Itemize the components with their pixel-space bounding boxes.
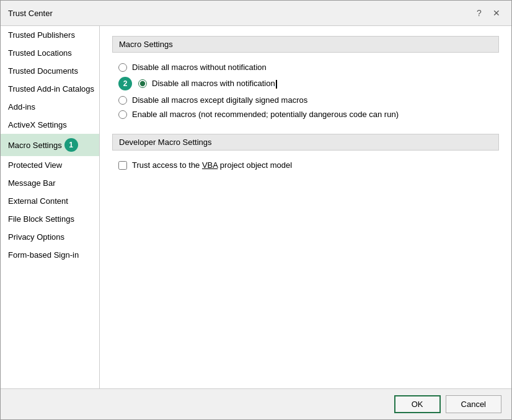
radio-disable-with-notify-input[interactable] [138,79,147,88]
radio-disable-except-signed-label: Disable all macros except digitally sign… [132,95,307,105]
sidebar: Trusted Publishers Trusted Locations Tru… [1,26,100,388]
ok-button[interactable]: OK [394,395,441,413]
macro-settings-section: Macro Settings Disable all macros withou… [112,36,499,124]
sidebar-item-trusted-addin-catalogs[interactable]: Trusted Add-in Catalogs [1,80,99,98]
developer-settings-content: Trust access to the VBA project object m… [112,155,499,175]
sidebar-item-trusted-publishers[interactable]: Trusted Publishers [1,26,99,44]
radio-disable-no-notify[interactable]: Disable all macros without notification [112,60,499,74]
sidebar-item-file-block-settings[interactable]: File Block Settings [1,210,99,228]
sidebar-item-macro-settings[interactable]: Macro Settings 1 [1,134,99,156]
sidebar-item-protected-view[interactable]: Protected View [1,156,99,174]
sidebar-item-privacy-options[interactable]: Privacy Options [1,228,99,246]
radio-enable-all-input[interactable] [118,110,127,119]
macro-settings-header: Macro Settings [112,36,499,53]
radio-enable-all-label: Enable all macros (not recommended; pote… [132,110,399,119]
trust-center-dialog: Trust Center ? ✕ Trusted Publishers Trus… [0,0,512,420]
sidebar-item-external-content[interactable]: External Content [1,192,99,210]
macro-settings-nav-item: Macro Settings 1 [8,138,92,152]
radio-enable-all[interactable]: Enable all macros (not recommended; pote… [112,107,499,121]
sidebar-item-message-bar[interactable]: Message Bar [1,174,99,192]
developer-settings-section: Developer Macro Settings Trust access to… [112,134,499,175]
annotation-2-bubble: 2 [118,77,132,90]
title-bar-left: Trust Center [8,9,53,18]
developer-settings-header: Developer Macro Settings [112,134,499,151]
sidebar-item-trusted-documents[interactable]: Trusted Documents [1,62,99,80]
macro-settings-content: Disable all macros without notification … [112,58,499,124]
radio-disable-except-signed-input[interactable] [118,96,127,105]
radio-disable-with-notify[interactable]: 2 Disable all macros with notification [112,74,499,93]
radio-disable-with-notify-label: Disable all macros with notification [152,79,277,89]
sidebar-item-activex-settings[interactable]: ActiveX Settings [1,116,99,134]
annotation-1-bubble: 1 [64,138,78,152]
main-content: Macro Settings Disable all macros withou… [100,26,511,388]
checkbox-trust-vba-label: Trust access to the VBA project object m… [132,160,292,170]
help-button[interactable]: ? [472,6,487,20]
title-bar-controls: ? ✕ [472,6,504,20]
checkbox-trust-vba[interactable]: Trust access to the VBA project object m… [112,158,499,172]
radio-disable-except-signed[interactable]: Disable all macros except digitally sign… [112,93,499,107]
text-cursor [276,80,277,89]
sidebar-item-add-ins[interactable]: Add-ins [1,98,99,116]
dialog-body: Trusted Publishers Trusted Locations Tru… [1,26,511,388]
dialog-title: Trust Center [8,9,53,18]
sidebar-item-trusted-locations[interactable]: Trusted Locations [1,44,99,62]
dialog-footer: OK Cancel [1,388,511,419]
radio-disable-no-notify-label: Disable all macros without notification [132,63,267,72]
radio-disable-no-notify-input[interactable] [118,63,127,72]
sidebar-item-form-based-sign-in[interactable]: Form-based Sign-in [1,246,99,264]
cancel-button[interactable]: Cancel [446,395,501,413]
title-bar: Trust Center ? ✕ [1,1,511,26]
checkbox-trust-vba-input[interactable] [118,161,127,170]
close-button[interactable]: ✕ [489,6,504,20]
vba-underline: VBA [202,160,218,170]
